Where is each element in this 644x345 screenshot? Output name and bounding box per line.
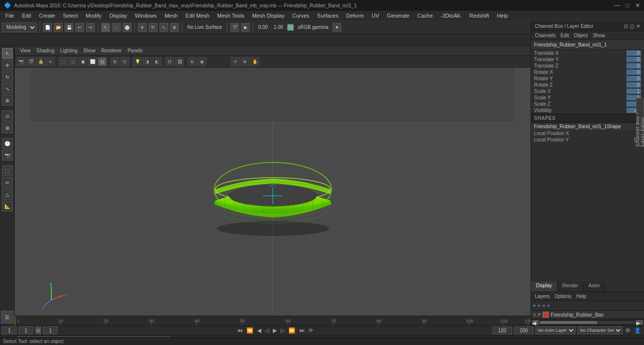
vp-image-plane-icon[interactable]: 🖼	[175, 57, 184, 66]
vp-attr-icon[interactable]: ≡	[46, 57, 55, 66]
menu-edit-mesh[interactable]: Edit Mesh	[182, 12, 213, 20]
go-start-button[interactable]: ⏮	[236, 327, 244, 333]
measure-icon[interactable]: 📐	[2, 201, 13, 211]
channel-rotate-z[interactable]: Rotate Z 0	[531, 82, 644, 88]
paint-select-button[interactable]: ⬤	[123, 23, 132, 32]
vp-menu-lighting[interactable]: Lighting	[58, 48, 80, 53]
channel-rotate-y[interactable]: Rotate Y 0	[531, 75, 644, 82]
layer-tab-display[interactable]: Display	[531, 281, 557, 292]
scroll-thumb[interactable]	[540, 321, 597, 324]
layer-tab-render[interactable]: Render	[557, 281, 584, 292]
select-tool-button[interactable]: ↖	[101, 23, 110, 32]
menu-modify[interactable]: Modify	[82, 12, 105, 20]
move-tool-button[interactable]: ✛	[138, 23, 147, 32]
channel-scale-x[interactable]: Scale X 1	[531, 88, 644, 94]
ch-value-tx[interactable]: 0	[626, 50, 641, 56]
quick-layout-icon[interactable]: ☰	[1, 311, 14, 323]
vp-camera-icon[interactable]: 📷	[17, 57, 25, 66]
menu-mesh-tools[interactable]: Mesh Tools	[214, 12, 247, 20]
vp-xray-icon[interactable]: ◉	[198, 57, 206, 66]
menu-cache[interactable]: Cache	[414, 12, 436, 20]
vp-wireframe-icon[interactable]: ⬚	[59, 57, 67, 66]
vp-menu-view[interactable]: View	[18, 48, 33, 53]
vp-smooth-icon[interactable]: ◻	[68, 57, 77, 66]
layer-item[interactable]: V P Friendship_Rubber_Ban	[531, 311, 644, 319]
channel-box-vertical-tab[interactable]: Channel Box / Layer Editor	[636, 98, 644, 147]
cb-menu-show[interactable]: Show	[591, 33, 607, 38]
ipr-button[interactable]: ▶	[241, 23, 250, 32]
channel-visibility[interactable]: Visibility on	[531, 107, 644, 114]
menu-mesh[interactable]: Mesh	[161, 12, 181, 20]
char-set-button[interactable]: 👤	[633, 327, 642, 334]
current-frame-input2[interactable]	[43, 326, 58, 334]
char-set-select[interactable]: No Character Set	[577, 326, 622, 334]
frame-start-input[interactable]	[2, 326, 17, 334]
ch-value-ty[interactable]: 0	[626, 57, 641, 62]
play-back-button[interactable]: ◁	[264, 327, 270, 334]
channel-local-pos-y[interactable]: Local Position Y 0.6	[531, 137, 644, 143]
go-end-button[interactable]: ⏭	[298, 327, 306, 333]
ch-value-rx[interactable]: 0	[626, 69, 641, 75]
channel-translate-z[interactable]: Translate Z 0	[531, 63, 644, 69]
channel-box-scrollbar[interactable]: ◀ ▶	[531, 319, 644, 325]
playback-end-input[interactable]	[492, 326, 512, 334]
timeline[interactable]: 1 10 20 30 40 50 60 70 80 90 1	[15, 316, 531, 325]
vp-hud-icon[interactable]: ⊟	[165, 57, 174, 66]
viewport-3d[interactable]: FRIENDS FRIENDS x y z	[15, 68, 531, 325]
quick-select-icon[interactable]: ⬚	[2, 165, 13, 176]
vp-isolate-icon[interactable]: ⊛	[188, 57, 197, 66]
mode-select[interactable]: Modeling	[2, 23, 37, 32]
select-mode-icon[interactable]: ↖	[2, 48, 13, 59]
move-icon[interactable]: ✛	[2, 60, 13, 70]
channel-box-close-button[interactable]: ✕	[636, 23, 640, 29]
menu-3dtoall[interactable]: -3DtoAll-	[437, 12, 465, 20]
vp-lock-icon[interactable]: 🔒	[36, 57, 45, 66]
redo-button[interactable]: ↪	[86, 23, 95, 32]
vp-ao-icon[interactable]: ◐	[153, 57, 161, 66]
vp-menu-renderer[interactable]: Renderer	[99, 48, 124, 53]
color-settings-button[interactable]: ▼	[333, 23, 341, 32]
menu-uv[interactable]: UV	[368, 12, 382, 20]
vp-grid-icon[interactable]: ⊞	[111, 57, 119, 66]
step-back-button[interactable]: ⏪	[245, 327, 254, 334]
menu-curves[interactable]: Curves	[289, 12, 313, 20]
vp-zoom-icon[interactable]: ⊕	[241, 57, 249, 66]
rotate-tool-button[interactable]: ↻	[149, 23, 157, 32]
menu-create[interactable]: Create	[36, 12, 59, 20]
layer-move-up-icon[interactable]: «	[542, 303, 545, 308]
playback-settings-button[interactable]: ⚙	[624, 327, 631, 334]
vp-frame-icon[interactable]: ⊡	[120, 57, 129, 66]
scroll-right-btn[interactable]: ▶	[636, 320, 643, 325]
layer-color-swatch[interactable]	[543, 312, 549, 318]
snap-grid-icon[interactable]: ⊞	[2, 122, 13, 133]
sculpt-icon[interactable]: △	[2, 189, 13, 200]
current-frame-input[interactable]	[19, 326, 33, 334]
menu-redshift[interactable]: Redshift	[466, 12, 492, 20]
menu-edit[interactable]: Edit	[19, 12, 35, 20]
universal-tool-button[interactable]: ⊕	[170, 23, 179, 32]
scroll-track[interactable]	[540, 321, 635, 324]
undo-button[interactable]: ↩	[75, 23, 84, 32]
vp-menu-panels[interactable]: Panels	[125, 48, 145, 53]
scroll-left-btn[interactable]: ◀	[532, 320, 539, 325]
play-forward-button[interactable]: ▶	[272, 327, 278, 334]
rubber-band-object[interactable]: FRIENDS FRIENDS	[200, 143, 346, 241]
cb-menu-channels[interactable]: Channels	[533, 33, 557, 38]
vp-flat-icon[interactable]: ◼	[78, 57, 87, 66]
render-button[interactable]: 🎬	[230, 23, 239, 32]
channel-translate-y[interactable]: Translate Y 0	[531, 56, 644, 63]
channel-scale-z[interactable]: Scale Z 1	[531, 101, 644, 107]
prev-frame-button[interactable]: ◀	[256, 327, 262, 334]
menu-windows[interactable]: Windows	[132, 12, 160, 20]
layers-menu-options[interactable]: Options	[553, 294, 573, 299]
ch-value-ry[interactable]: 0	[626, 76, 641, 81]
soft-select-icon[interactable]: ⊙	[2, 111, 13, 121]
playback-max-input[interactable]	[514, 326, 533, 334]
cb-menu-edit[interactable]: Edit	[558, 33, 571, 38]
cb-menu-object[interactable]: Object	[572, 33, 590, 38]
step-forward-button[interactable]: ⏩	[288, 327, 296, 334]
vp-film-icon[interactable]: 🎬	[26, 57, 35, 66]
layer-tab-anim[interactable]: Anim	[584, 281, 605, 292]
vp-light-icon[interactable]: 💡	[133, 57, 142, 66]
menu-file[interactable]: File	[2, 12, 18, 20]
